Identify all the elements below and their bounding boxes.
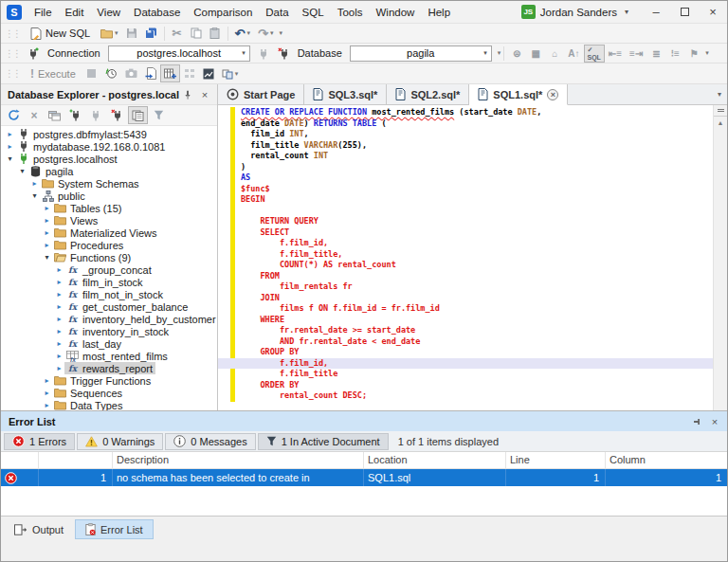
code-area[interactable]: CREATE OR REPLACE FUNCTION most_rented_f… [218,107,713,402]
tab-sql2-sql[interactable]: SQL2.sql* [387,84,469,104]
expand-arrow-icon[interactable]: ▸ [54,278,64,286]
tree-item[interactable]: ▾pagila [1,165,217,177]
cut-button[interactable]: ✂ [168,25,187,43]
expand-arrow-icon[interactable]: ▸ [42,376,52,385]
tree-item[interactable]: ▸Sequences [1,387,217,399]
menu-comparison[interactable]: Comparison [187,1,259,23]
menu-help[interactable]: Help [421,1,457,23]
dock-tab-error-list[interactable]: Error List [75,519,154,539]
tree-item[interactable]: ▾postgres.localhost [1,153,217,165]
menu-file[interactable]: File [27,1,59,23]
bookmark-button[interactable]: ⚑ [684,45,703,63]
warnings-filter-button[interactable]: 0 Warnings [77,433,163,450]
expand-arrow-icon[interactable]: ▸ [54,315,64,323]
explorer-pin-button[interactable] [179,86,196,103]
tree-item-body[interactable]: Trigger Functions [52,374,154,387]
tree-item-body[interactable]: postgres.localhost [15,153,120,165]
errors-filter-button[interactable]: 1 Errors [4,433,75,450]
tree-item[interactable]: ▸mydatabase.192.168.0.1081 [1,140,217,153]
new-connection-button[interactable] [24,45,44,63]
expand-arrow-icon[interactable]: ▸ [42,216,52,225]
menu-sql[interactable]: SQL [296,1,331,23]
tree-item[interactable]: ▸fxinventory_held_by_customer [1,313,217,325]
paste-button[interactable] [206,25,225,43]
tree-item-body[interactable]: fxfilm_not_in_stock [64,288,166,300]
tree-disconnect-button[interactable] [107,106,127,124]
tree-new-connection-button[interactable] [65,106,85,124]
expand-arrow-icon[interactable]: ▸ [42,204,52,212]
code-line[interactable]: ORDER BY [218,380,713,391]
toolbar-grip[interactable]: ⋮⋮ [5,28,20,39]
dock-tab-output[interactable]: Output [5,519,73,539]
query-profiler-button[interactable] [160,64,180,82]
tree-item[interactable]: ▸Materialized Views [1,227,217,239]
code-line[interactable]: fr.rental_date >= start_date [218,325,713,336]
tree-item-body[interactable]: fxinventory_in_stock [64,325,172,337]
expand-arrow-icon[interactable]: ▸ [5,142,15,151]
tree-item-body[interactable]: fxmost_rented_films [64,350,171,362]
expand-arrow-icon[interactable]: ▸ [54,339,64,348]
comment-button[interactable]: ⊜ [507,45,526,63]
indent-increase-button[interactable]: ≡⇥ [626,45,646,63]
tree-item-body[interactable]: fx_group_concat [64,263,155,276]
active-document-filter-button[interactable]: 1 In Active Document [258,433,389,450]
code-line[interactable]: FROM [218,271,713,282]
tree-item-body[interactable]: Data Types [52,399,125,410]
expand-arrow-icon[interactable]: ▸ [42,401,52,409]
code-line[interactable]: f.film_id, [218,238,713,249]
editor-scrollbar[interactable]: ▲ [713,105,727,410]
tree-item-body[interactable]: Functions (9) [52,251,134,263]
code-line[interactable]: rental_count DESC; [218,390,713,402]
connect-button[interactable] [254,45,274,63]
tree-item-body[interactable]: fxinventory_held_by_customer [64,313,217,325]
save-all-button[interactable] [141,25,161,43]
maximize-button[interactable] [670,1,699,24]
delete-button[interactable]: × [25,106,44,124]
code-line[interactable]: BEGIN [218,194,713,206]
tree-item[interactable]: ▸postgres.dbfmylast:5439 [1,128,217,140]
menu-view[interactable]: View [90,1,127,23]
tree-item-body[interactable]: mydatabase.192.168.0.1081 [15,140,168,153]
connection-combo-caret-icon[interactable]: ▾ [242,49,246,57]
menu-edit[interactable]: Edit [59,1,91,23]
expand-arrow-icon[interactable]: ▸ [5,130,15,138]
tree-item[interactable]: ▸Trigger Functions [1,374,217,387]
tree-item[interactable]: ▸Views [1,214,217,227]
tree-item-body[interactable]: Procedures [52,239,126,251]
menu-tools[interactable]: Tools [331,1,370,23]
filter-button[interactable] [149,106,168,124]
tree-item-body[interactable]: fxget_customer_balance [64,300,191,313]
column-header-description[interactable]: Description [113,452,364,468]
code-line[interactable]: CREATE OR REPLACE FUNCTION most_rented_f… [218,107,713,118]
user-menu-caret-icon[interactable]: ▾ [625,8,628,16]
tree-item[interactable]: ▸Data Types [1,399,217,410]
code-line[interactable]: AS [218,172,713,184]
tree-item-body[interactable]: fxrewards_report [64,362,155,374]
execute-button[interactable]: ! Execute [24,64,82,82]
code-line[interactable] [218,206,713,217]
tree-item-body[interactable]: Sequences [52,387,125,399]
code-line[interactable]: AND fr.rental_date < end_date [218,336,713,348]
database-combo-caret-icon[interactable]: ▾ [483,49,487,57]
tree-item[interactable]: ▾public [1,190,217,202]
duplicate-object-button[interactable] [128,106,148,124]
code-line[interactable]: ) [218,162,713,173]
tree-item-body[interactable]: fxlast_day [64,337,124,350]
tree-item[interactable]: ▸fxrewards_report [1,362,217,374]
tree-item[interactable]: ▸System Schemas [1,177,217,190]
tree-item[interactable]: ▸fxinventory_in_stock [1,325,217,337]
error-list-close-button[interactable]: × [706,413,723,430]
close-button[interactable]: × [699,1,727,24]
expand-arrow-icon[interactable]: ▸ [54,352,64,360]
window-layout-button[interactable]: ▾ [218,64,243,82]
expand-arrow-icon[interactable]: ▸ [42,241,52,249]
disconnect-button[interactable] [274,45,294,63]
screenshot-button[interactable] [121,64,141,82]
explorer-close-button[interactable]: × [196,86,213,103]
properties-button[interactable] [45,106,64,124]
expand-arrow-icon[interactable]: ▸ [54,327,64,335]
database-combobox[interactable]: pagila ▾ [350,45,492,62]
menu-data[interactable]: Data [259,1,295,23]
tree-item-body[interactable]: postgres.dbfmylast:5439 [15,128,150,140]
connection-combobox[interactable]: postgres.localhost ▾ [108,45,250,62]
